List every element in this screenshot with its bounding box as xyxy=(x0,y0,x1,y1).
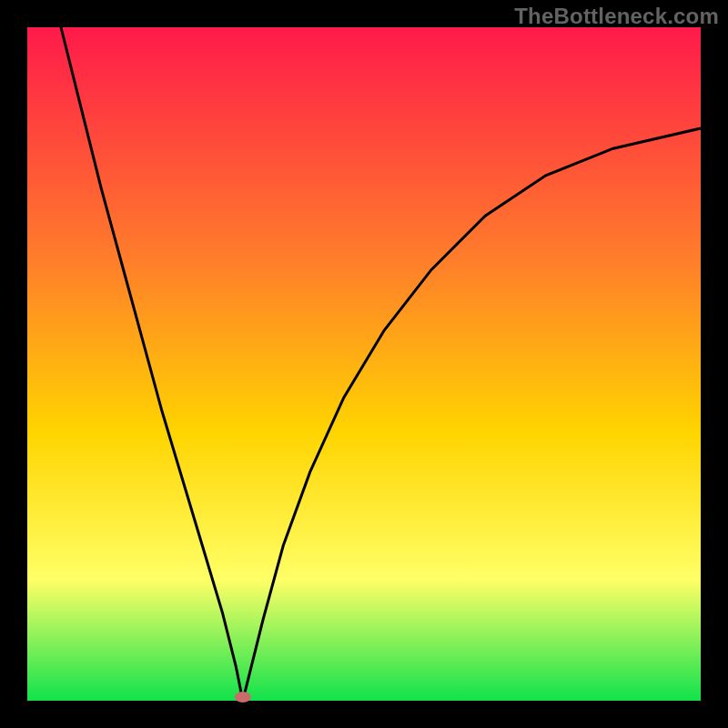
chart-plot xyxy=(0,0,728,728)
minimum-marker xyxy=(235,692,251,703)
watermark-text: TheBottleneck.com xyxy=(514,4,719,29)
chart-frame: TheBottleneck.com xyxy=(0,0,728,728)
